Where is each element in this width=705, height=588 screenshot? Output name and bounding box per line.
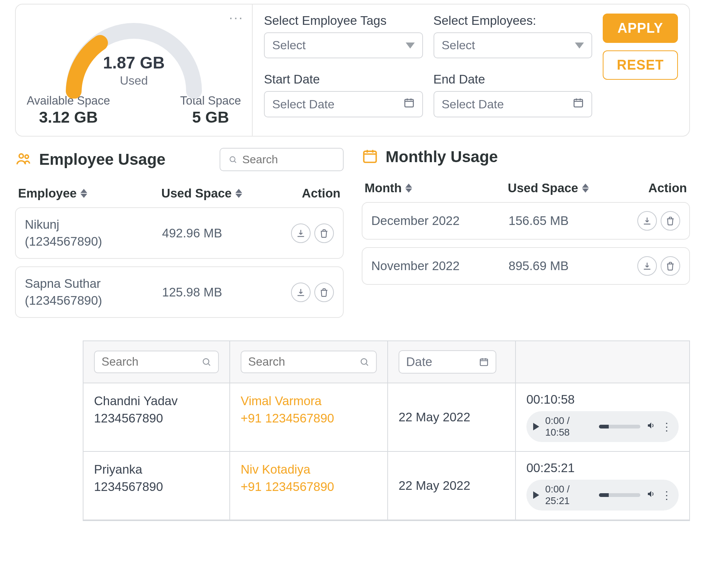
svg-point-4 bbox=[230, 156, 235, 161]
emp-id: (1234567890) bbox=[25, 293, 102, 307]
download-button[interactable] bbox=[291, 283, 311, 302]
col-month[interactable]: Month bbox=[365, 181, 508, 195]
start-date-input[interactable]: Select Date bbox=[264, 91, 423, 117]
download-button[interactable] bbox=[637, 256, 657, 276]
svg-rect-5 bbox=[364, 151, 376, 162]
table-row: November 2022 895.69 MB bbox=[362, 247, 690, 285]
monthly-usage-title: Monthly Usage bbox=[386, 148, 498, 166]
delete-button[interactable] bbox=[661, 256, 680, 276]
search-icon bbox=[229, 155, 237, 164]
people-icon bbox=[15, 150, 32, 169]
caller-search-input[interactable] bbox=[102, 355, 202, 369]
more-icon[interactable]: ··· bbox=[229, 10, 244, 26]
delete-button[interactable] bbox=[314, 223, 334, 243]
employee-tags-select[interactable]: Select bbox=[264, 32, 423, 58]
progress-bar[interactable] bbox=[599, 425, 640, 428]
search-icon bbox=[202, 357, 211, 367]
date-placeholder: Select Date bbox=[442, 97, 504, 111]
more-icon[interactable]: ⋮ bbox=[661, 489, 672, 501]
apply-button[interactable]: APPLY bbox=[603, 14, 678, 43]
play-icon[interactable] bbox=[533, 491, 539, 499]
svg-point-2 bbox=[19, 154, 23, 158]
svg-rect-8 bbox=[480, 359, 488, 366]
player-time: 0:00 / 10:58 bbox=[545, 415, 593, 438]
storage-gauge-card: ··· 1.87 GB Used Available Space 3.12 GB… bbox=[16, 5, 253, 136]
callee-search[interactable] bbox=[241, 351, 377, 373]
recording-duration: 00:10:58 bbox=[526, 392, 679, 407]
col-employee[interactable]: Employee bbox=[18, 186, 161, 201]
month-name: December 2022 bbox=[371, 213, 509, 229]
calendar-icon bbox=[573, 97, 584, 111]
month-size: 156.65 MB bbox=[509, 214, 612, 228]
download-button[interactable] bbox=[291, 223, 311, 243]
progress-bar[interactable] bbox=[599, 493, 640, 497]
col-action: Action bbox=[269, 186, 341, 201]
callee-name: Vimal Varmora bbox=[241, 394, 321, 408]
recordings-header: Date bbox=[83, 341, 689, 383]
select-placeholder: Select bbox=[442, 38, 475, 52]
sort-icon bbox=[80, 189, 87, 198]
volume-icon[interactable] bbox=[646, 489, 655, 501]
svg-rect-1 bbox=[574, 99, 583, 107]
callee-name: Niv Kotadiya bbox=[241, 462, 310, 476]
emp-name: Nikunj bbox=[25, 217, 59, 231]
more-icon[interactable]: ⋮ bbox=[661, 421, 672, 433]
used-value: 1.87 GB bbox=[55, 53, 213, 72]
caller-name: Priyanka bbox=[94, 462, 142, 476]
reset-button[interactable]: RESET bbox=[603, 50, 678, 80]
calendar-icon bbox=[479, 357, 489, 367]
audio-player[interactable]: 0:00 / 25:21 ⋮ bbox=[526, 480, 679, 511]
date-placeholder: Select Date bbox=[272, 97, 334, 111]
sort-icon bbox=[582, 184, 589, 193]
recording-date: 22 May 2022 bbox=[388, 383, 516, 452]
calendar-icon bbox=[362, 148, 378, 166]
volume-icon[interactable] bbox=[646, 421, 655, 433]
emp-name: Sapna Suthar bbox=[25, 277, 101, 290]
caller-number: 1234567890 bbox=[94, 411, 163, 425]
col-used-space[interactable]: Used Space bbox=[508, 181, 616, 195]
caller-name: Chandni Yadav bbox=[94, 394, 178, 408]
employees-label: Select Employees: bbox=[434, 14, 593, 28]
col-action: Action bbox=[615, 181, 687, 195]
recording-duration: 00:25:21 bbox=[526, 461, 679, 475]
delete-button[interactable] bbox=[661, 211, 680, 231]
table-row: Nikunj(1234567890) 492.96 MB bbox=[15, 207, 344, 259]
employee-usage-title: Employee Usage bbox=[39, 150, 165, 169]
svg-point-7 bbox=[361, 359, 367, 365]
employee-search-input[interactable] bbox=[242, 153, 334, 166]
emp-id: (1234567890) bbox=[25, 234, 102, 248]
calendar-icon bbox=[403, 97, 415, 111]
download-button[interactable] bbox=[637, 211, 657, 231]
select-placeholder: Select bbox=[272, 38, 306, 52]
employees-select[interactable]: Select bbox=[434, 32, 593, 58]
date-filter[interactable]: Date bbox=[399, 350, 496, 374]
callee-number: +91 1234567890 bbox=[241, 480, 334, 494]
start-date-label: Start Date bbox=[264, 72, 423, 87]
recording-row: Chandni Yadav1234567890 Vimal Varmora+91… bbox=[83, 383, 689, 452]
end-date-input[interactable]: Select Date bbox=[434, 91, 593, 117]
play-icon[interactable] bbox=[533, 423, 539, 430]
table-row: Sapna Suthar(1234567890) 125.98 MB bbox=[15, 266, 344, 318]
chevron-down-icon bbox=[575, 43, 584, 49]
search-icon bbox=[359, 357, 369, 367]
monthly-usage-section: Monthly Usage Month Used Space Action De… bbox=[362, 148, 690, 325]
col-used-space[interactable]: Used Space bbox=[161, 186, 269, 201]
available-space-value: 3.12 GB bbox=[27, 108, 110, 126]
callee-number: +91 1234567890 bbox=[241, 411, 334, 425]
delete-button[interactable] bbox=[314, 283, 334, 302]
callee-search-input[interactable] bbox=[248, 355, 359, 369]
caller-number: 1234567890 bbox=[94, 480, 163, 494]
sort-icon bbox=[405, 184, 412, 193]
top-panel: ··· 1.87 GB Used Available Space 3.12 GB… bbox=[15, 4, 690, 137]
audio-player[interactable]: 0:00 / 10:58 ⋮ bbox=[526, 411, 679, 442]
employee-tags-label: Select Employee Tags bbox=[264, 14, 423, 28]
end-date-label: End Date bbox=[434, 72, 593, 87]
recordings-table: Date Chandni Yadav1234567890 Vimal Varmo… bbox=[83, 340, 690, 521]
month-name: November 2022 bbox=[371, 258, 509, 275]
employee-usage-section: Employee Usage Employee Used Space Actio… bbox=[15, 148, 344, 325]
filters-panel: Select Employee Tags Select Select Emplo… bbox=[253, 5, 689, 136]
svg-rect-0 bbox=[405, 99, 413, 107]
emp-size: 492.96 MB bbox=[162, 226, 265, 240]
caller-search[interactable] bbox=[94, 351, 219, 373]
employee-search[interactable] bbox=[220, 148, 344, 171]
